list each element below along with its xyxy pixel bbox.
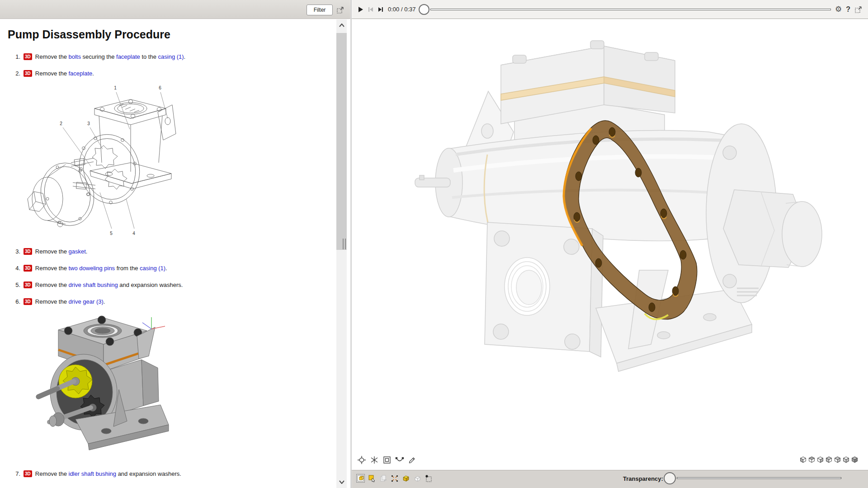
popout-icon[interactable] [336, 6, 344, 14]
step-part-link[interactable]: gasket [69, 248, 86, 255]
callout-lines [63, 92, 168, 229]
3d-badge[interactable]: 3D [24, 470, 32, 477]
page-title: Pump Disassembly Procedure [8, 28, 170, 41]
procedure-step-3: 3. 3D Remove the gasket. [14, 248, 87, 255]
view-cube-1-icon[interactable] [800, 456, 807, 463]
pump-model [352, 19, 868, 470]
step-part-link[interactable]: casing (1) [158, 53, 184, 60]
step-number: 1. [14, 53, 20, 61]
faceplate-drawing [71, 128, 147, 210]
step-part-link[interactable]: two doweling pins [69, 265, 115, 272]
transparency-slider-handle[interactable] [664, 472, 676, 484]
3d-badge[interactable]: 3D [24, 282, 32, 288]
transparency-slider-track[interactable] [677, 477, 841, 479]
3d-badge[interactable]: 3D [24, 70, 32, 77]
step-text: Remove the idler shaft bushing and expan… [35, 470, 181, 478]
3d-viewport[interactable] [352, 19, 868, 470]
left-scrollbar[interactable] [336, 19, 347, 488]
step-part-link[interactable]: casing (1) [140, 265, 165, 272]
view-cube-6-icon[interactable] [843, 456, 849, 463]
clear-marker-icon[interactable] [424, 474, 433, 483]
scroll-up-button[interactable] [336, 19, 347, 31]
play-button[interactable] [357, 6, 364, 13]
scroll-down-button[interactable] [336, 476, 347, 488]
procedure-step-6: 6. 3D Remove the drive gear (3). [14, 298, 105, 305]
callout-1: 1 [114, 85, 117, 90]
step-text: Remove the two doweling pins from the ca… [35, 264, 167, 272]
3d-badge[interactable]: 3D [24, 53, 32, 60]
pencil-icon[interactable] [408, 455, 417, 465]
splitter-line [351, 0, 351, 488]
viewport-tools [357, 455, 417, 465]
view-orientation-buttons [800, 456, 858, 463]
cover-drawing [28, 157, 100, 231]
step-number: 3. [14, 248, 20, 255]
paste-disabled-icon[interactable] [379, 474, 387, 483]
time-display: 0:00 / 0:37 [388, 6, 415, 13]
callout-numbers: 1 6 2 3 5 4 [60, 85, 161, 236]
previous-frame-button[interactable] [367, 6, 374, 13]
callout-4: 4 [132, 231, 135, 236]
procedure-step-7: 7. 3D Remove the idler shaft bushing and… [14, 470, 181, 478]
step-part-link[interactable]: faceplate [69, 70, 93, 77]
callout-3: 3 [87, 121, 90, 126]
ghost-cube-icon[interactable] [413, 474, 421, 483]
step-text: Remove the drive shaft bushing and expan… [35, 281, 183, 289]
view-cube-4-icon[interactable] [826, 456, 832, 463]
casing-drawing [90, 99, 176, 189]
step-part-link[interactable]: drive gear (3) [69, 298, 104, 305]
step-text: Remove the faceplate. [35, 70, 94, 77]
procedure-toolbar: Filter [0, 0, 351, 19]
asterisk-lines-icon[interactable] [370, 455, 379, 465]
arc-icon[interactable] [395, 455, 404, 465]
step-text: Remove the drive gear (3). [35, 298, 105, 305]
next-frame-button[interactable] [377, 6, 384, 13]
playback-toolbar: 0:00 / 0:37 ⚙ ? [352, 0, 868, 19]
viewer-bottom-bar: Transparency: [352, 470, 868, 488]
seek-slider-track[interactable] [430, 9, 831, 10]
step-part-link[interactable]: faceplate [116, 53, 140, 60]
seek-slider-handle[interactable] [419, 4, 429, 15]
step-text: Remove the bolts securing the faceplate … [35, 53, 185, 61]
view-cube-iso-icon[interactable] [851, 456, 858, 463]
cube-window-icon[interactable] [356, 474, 365, 483]
3d-badge[interactable]: 3D [24, 248, 32, 255]
crosshair-icon[interactable] [357, 455, 366, 465]
axis-triad [142, 317, 165, 329]
transparency-label: Transparency: [623, 475, 663, 482]
exploded-view-illustration: 1 6 2 3 5 4 [22, 80, 177, 238]
step-number: 5. [14, 281, 20, 289]
step-number: 7. [14, 470, 20, 478]
center-selection-icon[interactable] [390, 474, 399, 483]
step-part-link[interactable]: drive shaft bushing [69, 282, 118, 288]
view-cube-5-icon[interactable] [834, 456, 841, 463]
splitter-grip[interactable] [343, 239, 348, 249]
composer-player-window: Filter Pump Disassembly Procedure 1. 3D … [0, 0, 868, 488]
procedure-step-4: 4. 3D Remove the two doweling pins from … [14, 264, 167, 272]
step-part-link[interactable]: idler shaft bushing [69, 470, 117, 477]
step-number: 2. [14, 70, 20, 77]
solid-cube-icon[interactable] [401, 474, 410, 483]
step-text: Remove the gasket. [35, 248, 88, 255]
3d-badge[interactable]: 3D [24, 298, 32, 305]
callout-2: 2 [60, 121, 62, 126]
step-part-link[interactable]: bolts [69, 53, 81, 60]
procedure-step-1: 1. 3D Remove the bolts securing the face… [14, 53, 185, 61]
settings-gear-icon[interactable]: ⚙ [835, 4, 842, 15]
procedure-step-2: 2. 3D Remove the faceplate. [14, 70, 94, 77]
viewer-panel: 0:00 / 0:37 ⚙ ? [352, 0, 868, 488]
view-cube-2-icon[interactable] [808, 456, 815, 463]
opened-pump-illustration [30, 313, 172, 451]
callout-6: 6 [159, 85, 161, 90]
scrollbar-thumb[interactable] [336, 33, 347, 250]
procedure-step-5: 5. 3D Remove the drive shaft bushing and… [14, 281, 183, 289]
fullscreen-icon[interactable] [854, 5, 863, 14]
3d-badge[interactable]: 3D [24, 265, 32, 272]
callout-5: 5 [110, 231, 113, 236]
select-highlight-icon[interactable] [368, 474, 376, 483]
view-cube-3-icon[interactable] [817, 456, 824, 463]
zoom-frame-icon[interactable] [382, 455, 392, 465]
help-icon[interactable]: ? [846, 4, 850, 15]
step-number: 6. [14, 298, 20, 305]
filter-button[interactable]: Filter [307, 5, 333, 15]
